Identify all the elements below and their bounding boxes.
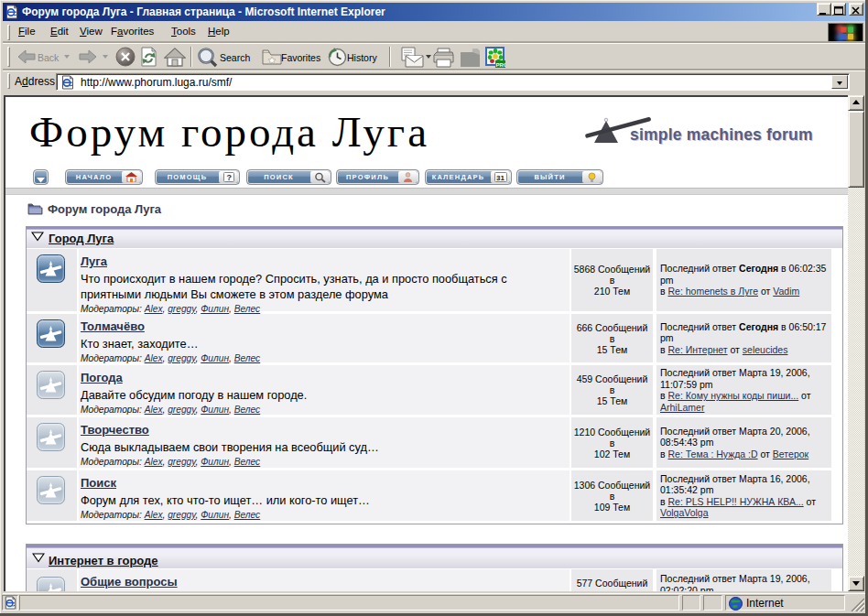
svg-text:simple machines forum: simple machines forum (630, 125, 813, 144)
svg-text:31: 31 (496, 174, 505, 182)
svg-text:PRO: PRO (496, 62, 505, 68)
svg-text:?: ? (226, 173, 232, 182)
